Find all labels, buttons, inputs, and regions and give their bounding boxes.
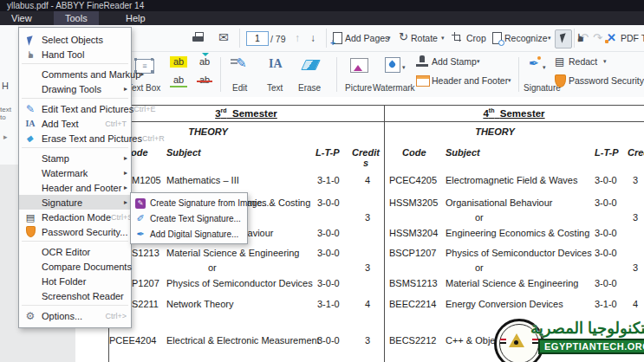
- rotate-caret-icon[interactable]: ▾: [441, 35, 445, 42]
- tools-menu-panel: Select Objects☛Hand ToolComments and Mar…: [18, 27, 132, 328]
- menu-item-label: Stamp: [42, 153, 69, 164]
- menu-item-comments-and-markup[interactable]: Comments and Markup▸: [19, 67, 131, 81]
- password-security-button[interactable]: Password Security: [569, 75, 644, 86]
- course-code: BECS2212: [389, 335, 436, 346]
- watermark-caret-icon[interactable]: ▾: [402, 64, 406, 71]
- watermark-icon[interactable]: [385, 57, 400, 73]
- redact-button[interactable]: Redact: [569, 56, 597, 67]
- menu-item-shortcut: Ctrl+R: [142, 134, 169, 143]
- previous-page-icon[interactable]: ↑: [295, 32, 300, 44]
- submenu-item-add-digital-signature[interactable]: ✒Add Digital Signature...: [131, 226, 247, 242]
- course-ltp: 3-1-0: [595, 299, 617, 309]
- menu-tools[interactable]: Tools: [54, 11, 99, 25]
- underline-text-button[interactable]: ab: [170, 74, 187, 87]
- insert-text-button[interactable]: ab: [196, 56, 213, 68]
- crop-button[interactable]: Crop: [466, 33, 486, 43]
- menu-item-hand-tool[interactable]: ☛Hand Tool: [19, 47, 131, 61]
- page-number-input[interactable]: 1: [246, 31, 269, 46]
- menu-item-shortcut: Ctrl+T: [105, 120, 131, 128]
- add-text-icon[interactable]: ΙA: [269, 57, 283, 71]
- submenu-item-create-text-signature[interactable]: ✐Create Text Signature...: [131, 210, 247, 226]
- window-title: yllabus.pdf - ABBYY FineReader 14: [0, 1, 144, 10]
- menu-item-compare-documents[interactable]: Compare Documents: [19, 259, 131, 274]
- course-subject: Electrical & Electronic Measurement: [166, 335, 320, 346]
- watermark-arabic-text: التكنولوجيا المصرية: [530, 319, 644, 338]
- menu-item-stamp[interactable]: Stamp▸: [19, 151, 131, 165]
- signature-image-icon: ✎: [135, 198, 146, 209]
- menu-help[interactable]: Help: [114, 11, 157, 25]
- course-ltp: 3-0-0: [317, 248, 340, 258]
- egypt-flag-icon: [500, 339, 506, 344]
- strikethrough-text-button[interactable]: ab: [196, 74, 213, 86]
- pdf-tools-button[interactable]: PDF Tools: [621, 33, 644, 43]
- menu-item-drawing-tools[interactable]: Drawing Tools▸: [19, 81, 131, 96]
- menu-item-label: Comments and Markup: [42, 69, 140, 80]
- menu-item-watermark[interactable]: Watermark▸: [19, 165, 131, 180]
- menu-item-label: Screenshot Reader: [42, 291, 124, 301]
- edit-icon[interactable]: ✎: [236, 55, 247, 71]
- next-page-icon[interactable]: ↓: [310, 32, 315, 44]
- add-pages-caret-icon[interactable]: ▾: [387, 35, 391, 42]
- or-label: or: [208, 262, 217, 273]
- signature-caret-icon[interactable]: ▾: [543, 64, 546, 71]
- chevron-right-icon: ▸: [3, 133, 8, 141]
- menu-item-label: Options...: [42, 311, 82, 321]
- email-icon[interactable]: ✉: [218, 31, 229, 43]
- menu-item-erase-text-and-pictures[interactable]: ◆Erase Text and PicturesCtrl+R: [19, 131, 131, 145]
- course-code: BSCP1207: [389, 248, 436, 258]
- header-footer-caret-icon[interactable]: ▾: [508, 77, 511, 84]
- menu-item-ocr-editor[interactable]: OCR Editor: [19, 244, 131, 259]
- course-ltp: 3-0-0: [595, 278, 617, 288]
- menu-item-signature[interactable]: Signature▸: [19, 195, 131, 210]
- menu-item-label: Add Text: [42, 119, 79, 129]
- rotate-button[interactable]: Rotate: [411, 33, 438, 43]
- recognize-button[interactable]: Recognize: [504, 33, 548, 43]
- recognize-caret-icon[interactable]: ▾: [548, 35, 551, 42]
- menu-item-edit-text-and-pictures[interactable]: ✎Edit Text and PicturesCtrl+E: [19, 101, 131, 116]
- hand-tool-icon[interactable]: ☛: [574, 33, 587, 43]
- menu-item-redaction-mode[interactable]: ▤Redaction ModeCtrl+Shift+H: [19, 210, 131, 224]
- signature-icon[interactable]: ✒: [529, 56, 539, 70]
- picture-icon[interactable]: [350, 58, 368, 73]
- add-stamp-caret-icon[interactable]: ▾: [477, 58, 480, 65]
- redact-icon[interactable]: ▤: [555, 55, 564, 68]
- course-credits: 3: [633, 175, 638, 185]
- add-text-icon: ΙA: [25, 119, 35, 128]
- highlight-text-button[interactable]: ab: [170, 56, 187, 68]
- eraser-icon: ◆: [26, 134, 35, 143]
- menu-item-screenshot-reader[interactable]: Screenshot Reader: [19, 288, 131, 303]
- menu-item-label: Edit Text and Pictures: [42, 104, 133, 114]
- menubar: View Tools Help: [0, 11, 644, 25]
- menu-item-label: Watermark: [42, 168, 88, 178]
- edit-label: Edit: [232, 83, 247, 93]
- menu-item-label: Header and Footer: [42, 183, 121, 193]
- course-subject: Organisational Behaviour: [446, 197, 553, 208]
- course-ltp: 3-0-0: [595, 228, 617, 238]
- course-code: HSSM3205: [389, 197, 438, 208]
- menu-view[interactable]: View: [0, 11, 43, 25]
- menu-item-select-objects[interactable]: Select Objects: [19, 32, 131, 47]
- picture-label: Picture: [345, 83, 372, 93]
- add-stamp-icon[interactable]: [416, 55, 428, 67]
- redo-icon[interactable]: ↷: [593, 31, 602, 44]
- course-ltp: 3-0-0: [595, 197, 617, 208]
- menu-item-add-text[interactable]: ΙAAdd TextCtrl+T: [19, 116, 131, 131]
- menu-item-hot-folder[interactable]: Hot Folder: [19, 274, 131, 288]
- course-subject: Material Science & Engineering: [446, 278, 578, 288]
- menu-item-options[interactable]: ⚙Options...Ctrl+>: [19, 308, 131, 323]
- header-footer-button[interactable]: Header and Footer: [432, 75, 508, 86]
- menu-item-header-and-footer[interactable]: Header and Footer▸: [19, 180, 131, 195]
- print-icon[interactable]: [192, 32, 205, 43]
- submenu-item-create-signature-from-image[interactable]: ✎Create Signature from Image...: [131, 195, 247, 210]
- add-pages-button[interactable]: Add Pages: [345, 33, 389, 43]
- menu-separator: [22, 241, 128, 242]
- menu-item-password-security[interactable]: Password Security...: [19, 224, 131, 239]
- redact-caret-icon[interactable]: ▾: [603, 58, 607, 65]
- add-stamp-button[interactable]: Add Stamp: [432, 56, 477, 67]
- header-footer-icon[interactable]: [416, 75, 430, 87]
- erase-icon[interactable]: [301, 60, 321, 70]
- select-tool-button[interactable]: [555, 29, 572, 48]
- course-subject: Engineering Economics & Costing: [446, 228, 589, 238]
- password-security-icon[interactable]: [555, 74, 566, 87]
- menu-item-label: Erase Text and Pictures: [42, 133, 142, 144]
